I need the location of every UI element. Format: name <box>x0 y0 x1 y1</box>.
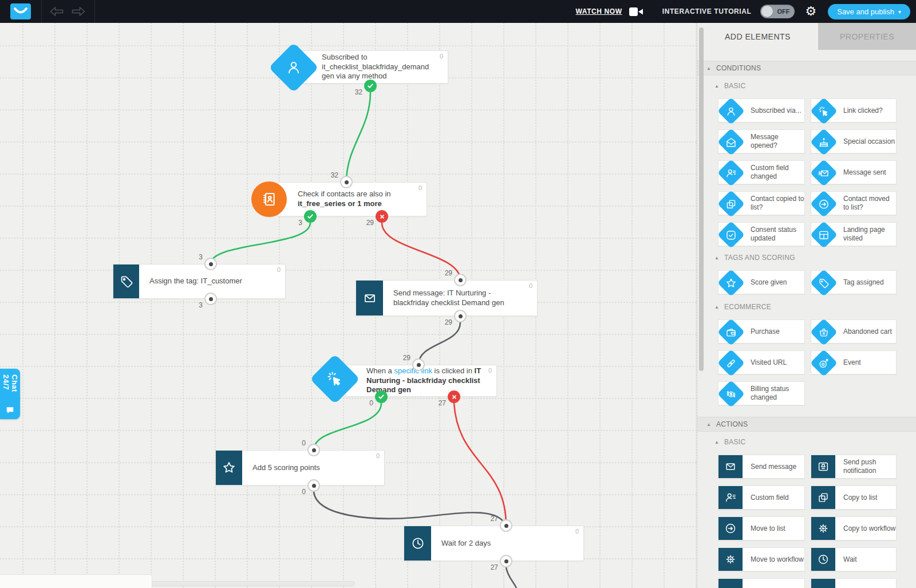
port-dot-send-message[interactable]: 29 <box>454 310 467 322</box>
element-copy-to-workflow[interactable]: Copy to workflow <box>811 516 897 540</box>
group-header-basic[interactable]: ▲BASIC <box>697 79 916 93</box>
save-and-publish-button[interactable]: Save and publish ▾ <box>828 4 910 19</box>
element-landing-page-visited[interactable]: Landing page visited <box>811 222 897 246</box>
port-dot-assign-tag[interactable]: 3 <box>204 258 217 270</box>
condition-icon-diamond <box>717 380 745 408</box>
port-check-check-contacts[interactable]: 3 <box>304 210 317 223</box>
section-header-actions[interactable]: ▲ACTIONS <box>697 417 916 432</box>
element-custom-field-changed[interactable]: Custom field changed <box>718 160 805 184</box>
element-label: Event <box>843 358 861 367</box>
collapse-triangle-icon: ▲ <box>706 422 711 427</box>
element-copy-to-list[interactable]: Copy to list <box>811 486 897 510</box>
port-dot-wait[interactable]: 27 <box>500 555 512 567</box>
chat-tab[interactable]: Chat 24/7 <box>0 369 20 419</box>
billing-icon <box>725 388 737 400</box>
element-purchase[interactable]: Purchase <box>718 319 805 344</box>
port-dot-wait[interactable]: 27 <box>500 519 512 532</box>
condition-icon-diamond <box>810 190 838 218</box>
workflow-canvas[interactable]: Subscribed to it_checklist_blackfriday_d… <box>0 23 697 588</box>
group-header-tags-and-scoring[interactable]: ▲TAGS AND SCORING <box>697 251 916 265</box>
element-label: Copy to list <box>843 494 877 502</box>
tag-icon <box>119 274 134 289</box>
node-subscribed-trigger[interactable]: Subscribed to it_checklist_blackfriday_d… <box>296 50 448 84</box>
port-check-link-clicked[interactable]: 0 <box>375 390 388 403</box>
group-header-ecommerce[interactable]: ▲ECOMMERCE <box>697 300 916 314</box>
top-bar: WATCH NOW INTERACTIVE TUTORIAL OFF ⚙ Sav… <box>0 0 916 23</box>
port-circle <box>376 210 388 223</box>
element-link-clicked[interactable]: Link clicked? <box>811 98 897 123</box>
node-send-message[interactable]: Send message: IT Nurturing - blackfriday… <box>356 280 538 316</box>
element-tag-assigned[interactable]: Tag assigned <box>811 270 897 294</box>
port-dot-add-scoring-points[interactable]: 0 <box>307 479 320 492</box>
person-field-icon <box>725 167 737 179</box>
element-abandoned-cart[interactable]: Abandoned cart <box>811 319 897 344</box>
element-label: Consent status updated <box>751 226 804 243</box>
element-label: Billing status changed <box>751 385 804 402</box>
tab-properties[interactable]: PROPERTIES <box>818 23 916 50</box>
element-subscribed-via[interactable]: Subscribed via... <box>718 98 805 123</box>
element-wait[interactable]: Wait <box>811 547 897 571</box>
element-grid: Subscribed via...Link clicked?Message op… <box>697 98 916 246</box>
element-contact-moved-to-list[interactable]: Contact moved to list? <box>811 191 897 215</box>
app-logo[interactable] <box>10 3 31 19</box>
port-dot-check-contacts[interactable]: 32 <box>340 176 353 188</box>
element-custom-field[interactable]: Custom field <box>718 486 805 510</box>
node-assign-tag[interactable]: Assign the tag: IT_customer0 <box>113 264 286 299</box>
condition-icon-diamond <box>717 190 745 218</box>
check-icon <box>377 393 385 401</box>
section-header-conditions[interactable]: ▲CONDITIONS <box>697 61 916 76</box>
element-billing-status-changed[interactable]: Billing status changed <box>718 381 805 405</box>
undo-button[interactable] <box>50 6 64 17</box>
settings-gear-icon[interactable]: ⚙ <box>805 5 816 18</box>
push-icon <box>817 460 830 473</box>
video-camera-icon[interactable] <box>629 7 643 17</box>
bottom-panel[interactable] <box>0 574 152 588</box>
node-wait[interactable]: Wait for 2 days0 <box>404 526 584 561</box>
element-send-push-notification[interactable]: Send push notification <box>811 455 897 479</box>
person-icon <box>285 59 302 76</box>
redo-button[interactable] <box>72 6 85 17</box>
element-contact-copied-to-list[interactable]: Contact copied to list? <box>718 191 805 215</box>
sidebar-scrollbar[interactable] <box>699 27 704 371</box>
edges-layer <box>0 23 697 588</box>
element-move-to-list[interactable]: Move to list <box>718 516 805 540</box>
element-score-given[interactable]: Score given <box>718 270 805 294</box>
node-add-scoring-points[interactable]: Add 5 scoring points0 <box>215 450 385 486</box>
save-button-label: Save and publish <box>837 7 894 16</box>
node-check-contacts-circle[interactable] <box>251 181 287 217</box>
element-label: Contact moved to list? <box>843 195 896 212</box>
group-header-basic[interactable]: ▲BASIC <box>697 435 916 449</box>
port-dot-add-scoring-points[interactable]: 0 <box>307 444 320 456</box>
element-message-sent[interactable]: Message sent <box>811 160 897 184</box>
element-label: Message opened? <box>751 133 804 150</box>
element-event[interactable]: Event <box>811 350 897 374</box>
element-consent-status-updated[interactable]: Consent status updated <box>718 222 805 246</box>
tab-add-elements[interactable]: ADD ELEMENTS <box>697 23 818 50</box>
port-cross-link-clicked[interactable]: 27 <box>448 390 460 403</box>
port-count-label: 29 <box>403 354 410 362</box>
element-label: Send push notification <box>843 458 896 475</box>
port-dot-assign-tag[interactable]: 3 <box>204 293 217 305</box>
port-dot-link-clicked[interactable]: 29 <box>412 358 425 371</box>
port-dot-send-message[interactable]: 29 <box>454 274 467 286</box>
element-message-opened[interactable]: Message opened? <box>718 129 805 153</box>
watch-now-link[interactable]: WATCH NOW <box>576 7 622 15</box>
mail-icon <box>362 291 377 306</box>
port-cross-check-contacts[interactable]: 29 <box>376 210 388 223</box>
element-visited-url[interactable]: Visited URL <box>718 350 805 374</box>
addressbook-icon <box>260 190 278 208</box>
person-field-icon <box>724 491 737 504</box>
tutorial-toggle[interactable]: OFF <box>760 5 795 18</box>
element-move-to-workflow[interactable]: Move to workflow <box>718 547 805 571</box>
element-send-message[interactable]: Send message <box>718 455 805 479</box>
landing-page-icon <box>818 229 830 241</box>
port-circle <box>307 479 320 492</box>
element-item[interactable] <box>718 578 805 588</box>
condition-icon-diamond <box>717 97 745 125</box>
star-icon <box>725 277 737 289</box>
port-check-subscribed-trigger[interactable]: 32 <box>364 80 377 92</box>
element-item[interactable] <box>811 578 897 588</box>
sidebar-tabs: ADD ELEMENTSPROPERTIES <box>697 23 916 50</box>
action-icon-tile <box>811 548 835 571</box>
element-special-occasion[interactable]: Special occasion <box>811 129 897 153</box>
